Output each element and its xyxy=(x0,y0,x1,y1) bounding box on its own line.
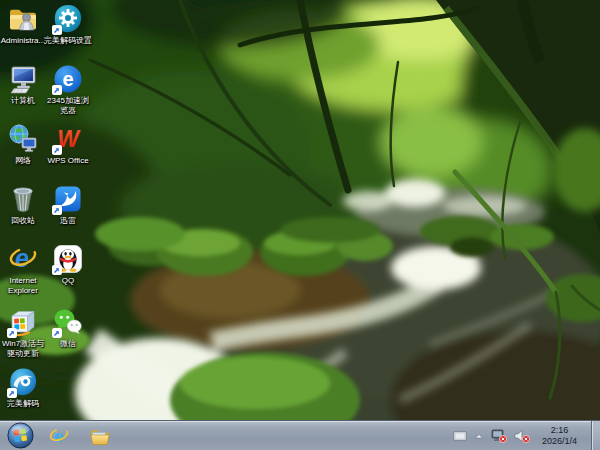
shortcut-arrow-icon xyxy=(52,85,62,95)
win7-activation-icon xyxy=(7,306,39,338)
show-hidden-icons-button[interactable] xyxy=(474,432,484,440)
internet-explorer-icon: e xyxy=(7,243,39,275)
shortcut-arrow-icon xyxy=(52,145,62,155)
shortcut-arrow-icon xyxy=(52,328,62,338)
recycle-bin-icon xyxy=(7,183,39,215)
desktop-icon-codec-settings[interactable]: 完美解码设置 xyxy=(45,3,91,46)
show-desktop-button[interactable] xyxy=(591,421,600,450)
shortcut-arrow-icon xyxy=(52,205,62,215)
taskbar-button-internet-explorer[interactable]: e xyxy=(43,423,75,449)
taskbar-clock[interactable]: 2:16 2026/1/4 xyxy=(537,425,582,447)
clock-date: 2026/1/4 xyxy=(542,436,577,447)
clock-time: 2:16 xyxy=(542,425,577,436)
wps-office-icon: W xyxy=(52,123,84,155)
icon-label: QQ xyxy=(40,276,96,286)
volume-muted-icon[interactable] xyxy=(514,429,530,443)
icon-label: 2345加速浏 览器 xyxy=(40,96,96,116)
icon-label: 完美解码 xyxy=(0,399,51,409)
desktop-icon-qq[interactable]: QQ xyxy=(45,243,91,286)
qq-icon xyxy=(52,243,84,275)
shortcut-arrow-icon xyxy=(52,25,62,35)
administrator-folder-icon xyxy=(7,3,39,35)
windows-orb-icon xyxy=(7,422,34,449)
desktop-icon-win7-activation[interactable]: Win7激活与 驱动更新 xyxy=(0,306,46,359)
shortcut-arrow-icon xyxy=(52,265,62,275)
icon-label: 迅雷 xyxy=(40,216,96,226)
svg-text:e: e xyxy=(62,68,73,90)
internet-explorer-icon: e xyxy=(48,425,70,447)
svg-text:e: e xyxy=(15,244,29,272)
desktop-icon-internet-explorer[interactable]: e Internet Explorer xyxy=(0,243,46,296)
codec-settings-icon xyxy=(52,3,84,35)
taskbar: e xyxy=(0,420,600,450)
start-button[interactable] xyxy=(7,422,34,449)
computer-icon xyxy=(7,63,39,95)
shortcut-arrow-icon xyxy=(7,328,17,338)
wechat-icon xyxy=(52,306,84,338)
folder-icon xyxy=(89,426,111,446)
system-tray: 2:16 2026/1/4 xyxy=(453,421,600,450)
codec-player-icon xyxy=(7,366,39,398)
xunlei-icon xyxy=(52,183,84,215)
desktop-icon-xunlei[interactable]: 迅雷 xyxy=(45,183,91,226)
taskbar-button-windows-explorer[interactable] xyxy=(84,423,116,449)
desktop-icon-2345-browser[interactable]: e 2345加速浏 览器 xyxy=(45,63,91,116)
shortcut-arrow-icon xyxy=(7,388,17,398)
2345-browser-icon: e xyxy=(52,63,84,95)
chevron-up-icon xyxy=(474,432,484,440)
network-status-icon[interactable] xyxy=(491,429,507,443)
desktop-icon-wechat[interactable]: 微信 xyxy=(45,306,91,349)
icon-label: 完美解码设置 xyxy=(40,36,96,46)
desktop-icon-codec-player[interactable]: 完美解码 xyxy=(0,366,46,409)
icon-label: 微信 xyxy=(40,339,96,349)
icon-label: WPS Office xyxy=(40,156,96,166)
desktop-icon-wps-office[interactable]: W WPS Office xyxy=(45,123,91,166)
network-icon xyxy=(7,123,39,155)
input-indicator-icon[interactable] xyxy=(453,431,467,441)
